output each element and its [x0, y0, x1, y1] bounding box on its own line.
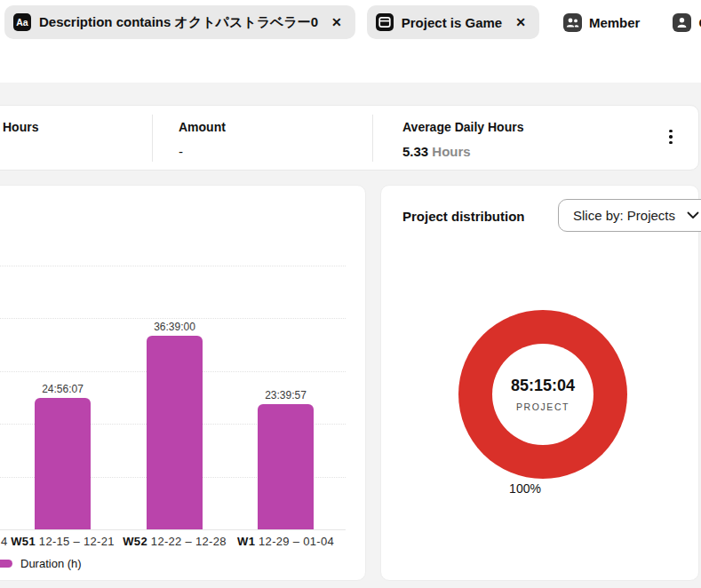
distribution-title: Project distribution	[402, 209, 525, 224]
members-icon	[563, 13, 582, 32]
summary-stats-card: Hours Amount - Average Daily Hours 5.33 …	[0, 105, 699, 171]
bar-24:56:07	[35, 398, 91, 529]
client-filter-button[interactable]: Client	[673, 13, 701, 32]
x-axis-line	[0, 529, 346, 530]
close-icon[interactable]: ✕	[515, 15, 526, 29]
legend-swatch	[0, 560, 12, 568]
stats-options-kebab-icon[interactable]	[663, 123, 679, 150]
divider	[152, 115, 153, 162]
donut-slice-percentage: 100%	[509, 481, 541, 496]
x-axis-tick: W51 12-15 – 12-21	[11, 535, 114, 548]
slice-by-dropdown[interactable]: Slice by: Projects	[558, 199, 701, 232]
filter-chips-row: Aa Description contains オクトパストラベラー0 ✕ Pr…	[4, 5, 701, 39]
duration-bar-chart-panel: 24:56:0736:39:0023:39:57W51 12-15 – 12-2…	[0, 185, 366, 581]
bar-value-label: 24:56:07	[42, 383, 84, 395]
stat-label: Amount	[179, 120, 226, 134]
x-axis-tick-partial: 4	[1, 535, 7, 548]
close-icon[interactable]: ✕	[331, 15, 342, 29]
client-icon	[673, 13, 691, 32]
bar-chart: 24:56:0736:39:0023:39:57W51 12-15 – 12-2…	[0, 186, 365, 580]
filter-chip-label: Project is Game	[402, 15, 502, 30]
project-distribution-panel: Project distribution Slice by: Projects …	[380, 185, 699, 581]
filter-chip-label: Description contains オクトパストラベラー0	[39, 14, 318, 31]
divider	[372, 115, 373, 162]
donut-chart: 85:15:04 PROJECT	[458, 310, 627, 479]
bar-36:39:00	[147, 336, 203, 529]
stat-value: -	[179, 144, 226, 159]
filter-chip-description[interactable]: Aa Description contains オクトパストラベラー0 ✕	[4, 5, 355, 39]
top-filter-bar: Aa Description contains オクトパストラベラー0 ✕ Pr…	[0, 0, 701, 83]
stat-hours: Hours	[3, 120, 38, 144]
chart-legend: Duration (h)	[0, 557, 82, 570]
x-axis-tick: W52 12-22 – 12-28	[123, 535, 226, 548]
donut-total-value: 85:15:04	[511, 377, 575, 395]
slice-by-label: Slice by: Projects	[573, 208, 675, 223]
donut-center: 85:15:04 PROJECT	[492, 344, 593, 445]
x-axis-tick: W1 12-29 – 01-04	[237, 535, 334, 548]
chevron-down-icon	[687, 211, 699, 219]
text-filter-icon: Aa	[13, 13, 31, 31]
legend-label: Duration (h)	[20, 557, 82, 570]
stat-amount: Amount -	[179, 120, 226, 159]
stat-label: Hours	[3, 120, 38, 134]
project-icon	[376, 13, 394, 31]
gridline	[0, 318, 346, 319]
gridline	[0, 266, 346, 266]
donut-center-label: PROJECT	[516, 401, 570, 412]
stat-average-daily-hours: Average Daily Hours 5.33 Hours	[402, 120, 523, 159]
filter-chip-project[interactable]: Project is Game ✕	[367, 5, 539, 39]
member-button-label: Member	[589, 15, 641, 30]
member-filter-button[interactable]: Member	[563, 13, 641, 32]
stat-value: 5.33 Hours	[402, 144, 523, 159]
bar-value-label: 36:39:00	[154, 321, 195, 333]
distribution-header: Project distribution Slice by: Projects	[402, 199, 689, 233]
bar-value-label: 23:39:57	[265, 389, 307, 401]
bar-23:39:57	[258, 404, 314, 529]
stat-label: Average Daily Hours	[402, 120, 523, 134]
